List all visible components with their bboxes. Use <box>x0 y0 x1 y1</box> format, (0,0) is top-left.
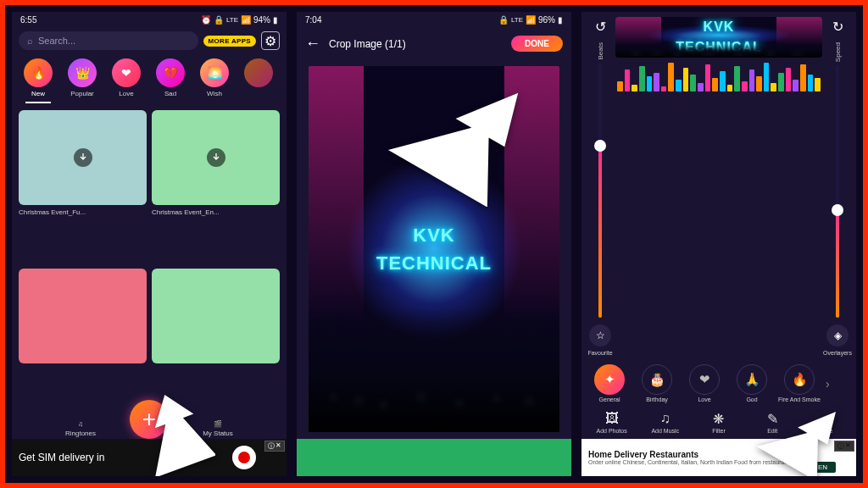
search-placeholder: Search... <box>38 36 75 46</box>
pray-icon: 🙏 <box>744 372 760 387</box>
tool-add-music[interactable]: ♫Add Music <box>646 411 685 434</box>
tab-love[interactable]: ❤ Love <box>107 58 146 103</box>
effect-birthday[interactable]: 🎂 Birthday <box>636 364 678 402</box>
heartbeat-icon: ❤ <box>699 372 710 387</box>
tab-popular[interactable]: 👑 Popular <box>63 58 102 103</box>
music-icon: ♫ <box>658 411 673 426</box>
crown-icon: 👑 <box>75 66 90 80</box>
download-icon[interactable] <box>207 148 225 167</box>
overlayers-button[interactable]: ◈ <box>826 324 849 347</box>
nav-ringtones[interactable]: ♫ Ringtones <box>55 420 106 437</box>
undo-icon[interactable]: ↺ <box>591 17 609 36</box>
ad-logo-icon <box>232 446 256 469</box>
speed-slider[interactable]: ↻ Speed ◈ Overlayers <box>824 17 851 356</box>
battery-icon: ▮ <box>273 15 278 25</box>
flame-icon: 🔥 <box>792 372 808 387</box>
annotation-arrow-icon <box>122 386 215 476</box>
template-card[interactable]: Christmas Event_En... <box>152 110 280 263</box>
tab-new[interactable]: 🔥 New <box>19 58 58 103</box>
beats-slider[interactable]: ↺ Beats ☆ Favourite <box>587 17 614 356</box>
settings-button[interactable]: ⚙ <box>261 31 280 50</box>
tool-filter[interactable]: ❋Filter <box>699 411 738 434</box>
tool-add-photos[interactable]: 🖼Add Photos <box>593 411 632 434</box>
screen-crop: 7:04 🔒LTE📶 96% ▮ ← Crop Image (1/1) DONE… <box>297 12 571 476</box>
tab-wish[interactable]: 🌅 Wish <box>195 58 234 103</box>
star-icon: ☆ <box>596 330 605 341</box>
template-card[interactable]: Christmas Event_Fu... <box>19 110 147 263</box>
download-icon[interactable] <box>74 148 92 167</box>
status-icons: ⏰🔒LTE📶 94% ▮ <box>201 15 278 25</box>
screen-editor: ↺ Beats ☆ Favourite KVK TECHNICAL <box>581 12 856 476</box>
search-input[interactable]: ⌕ Search... <box>19 31 198 50</box>
effect-love[interactable]: ❤ Love <box>683 364 726 402</box>
preview-image: KVK TECHNICAL <box>376 221 492 277</box>
layers-icon: ◈ <box>834 330 842 341</box>
sparkle-icon: ✦ <box>604 372 615 387</box>
ad-close-icon[interactable]: ⓘ✕ <box>264 441 285 452</box>
clock: 6:55 <box>20 15 36 25</box>
atom-icon: ❋ <box>711 411 726 426</box>
sunrise-icon: 🌅 <box>208 66 222 80</box>
cake-icon: 🎂 <box>649 372 665 387</box>
tab-more[interactable] <box>239 58 278 103</box>
battery-icon: ▮ <box>558 15 563 25</box>
broken-heart-icon: 💔 <box>164 66 178 80</box>
ad-text: Get SIM delivery in <box>19 452 104 463</box>
back-button[interactable]: ← <box>305 35 320 53</box>
done-button[interactable]: DONE <box>511 36 563 52</box>
category-tabs: 🔥 New 👑 Popular ❤ Love 💔 Sad 🌅 Wish <box>12 53 287 105</box>
ad-banner[interactable] <box>297 439 571 476</box>
effect-general[interactable]: ✦ General <box>588 364 631 402</box>
equalizer-chart <box>615 61 822 92</box>
favourite-button[interactable]: ☆ <box>589 324 611 347</box>
heart-icon: ❤ <box>121 66 131 80</box>
gear-icon: ⚙ <box>264 33 276 49</box>
flame-icon: 🔥 <box>31 66 46 80</box>
video-preview[interactable]: KVK TECHNICAL <box>615 17 822 58</box>
status-bar: 6:55 ⏰🔒LTE📶 94% ▮ <box>12 12 287 28</box>
music-icon: ♫ <box>78 420 83 428</box>
search-icon: ⌕ <box>27 36 33 46</box>
annotation-arrow-icon <box>385 54 537 210</box>
battery-label: 94% <box>253 15 270 25</box>
annotation-arrow-icon <box>754 388 848 476</box>
template-grid: Christmas Event_Fu... Christmas Event_En… <box>12 105 287 415</box>
clock: 7:04 <box>305 15 321 25</box>
redo-icon[interactable]: ↻ <box>828 17 847 36</box>
battery-label: 96% <box>538 15 555 25</box>
page-title: Crop Image (1/1) <box>329 38 406 50</box>
more-apps-button[interactable]: MORE APPS <box>203 36 256 47</box>
screen-home: 6:55 ⏰🔒LTE📶 94% ▮ ⌕ Search... MORE APPS … <box>12 12 287 476</box>
image-icon: 🖼 <box>604 411 620 426</box>
status-icons: 🔒LTE📶 96% ▮ <box>498 15 563 25</box>
status-bar: 7:04 🔒LTE📶 96% ▮ <box>297 12 571 28</box>
tab-sad[interactable]: 💔 Sad <box>151 58 190 103</box>
